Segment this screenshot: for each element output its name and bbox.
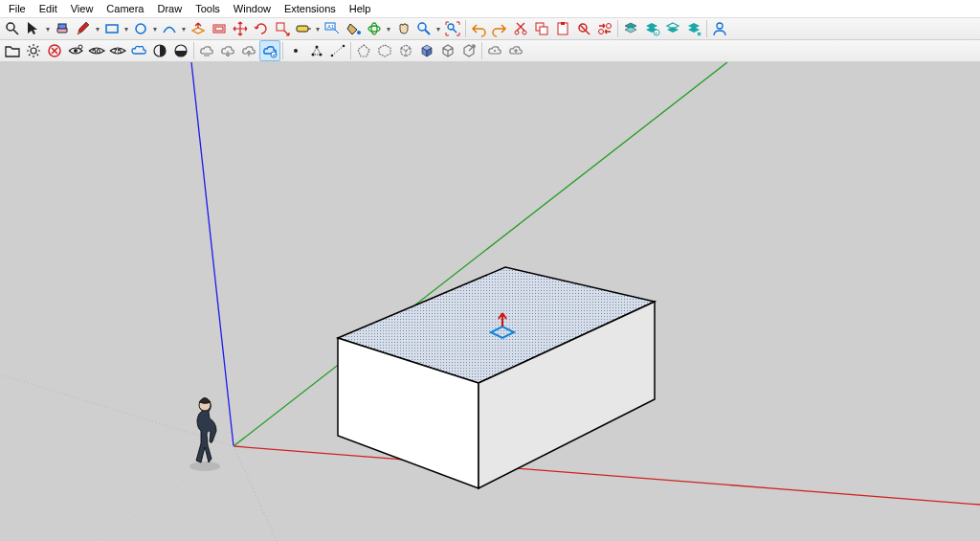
- menu-view[interactable]: View: [64, 2, 100, 15]
- layers-d-button[interactable]: [683, 18, 704, 39]
- layers-d-icon: [685, 20, 702, 37]
- triangle-icon: [308, 42, 325, 59]
- menu-camera[interactable]: Camera: [100, 2, 150, 15]
- menu-tools[interactable]: Tools: [189, 2, 227, 15]
- scale-button[interactable]: [272, 18, 293, 39]
- outline-box-button[interactable]: [437, 40, 458, 61]
- replace-button[interactable]: [594, 18, 615, 39]
- menu-help[interactable]: Help: [343, 2, 378, 15]
- delete-button[interactable]: [573, 18, 594, 39]
- layers-a-button[interactable]: [620, 18, 641, 39]
- axis-x-pos: [234, 446, 980, 505]
- pencil-icon: [75, 20, 92, 37]
- dropdown-arrow-icon[interactable]: ▾: [434, 25, 442, 34]
- dropdown-arrow-icon[interactable]: ▾: [151, 25, 159, 34]
- svg-point-18: [418, 23, 426, 31]
- cloud-1-icon: [198, 42, 215, 59]
- cut-button[interactable]: [510, 18, 531, 39]
- svg-text:+: +: [655, 30, 658, 35]
- svg-line-1: [13, 30, 18, 34]
- eye-75-button[interactable]: 75: [107, 40, 128, 61]
- close-red-button[interactable]: [44, 40, 65, 61]
- settings-icon: [25, 42, 42, 59]
- svg-line-19: [425, 30, 430, 34]
- svg-text:75: 75: [113, 47, 122, 56]
- zoom-button[interactable]: [413, 18, 434, 39]
- dropdown-arrow-icon[interactable]: ▾: [94, 25, 101, 34]
- contrast-button[interactable]: [149, 40, 170, 61]
- orbit-button[interactable]: [364, 18, 385, 39]
- rotate-button[interactable]: [251, 18, 272, 39]
- select-button[interactable]: [23, 18, 44, 39]
- svg-point-0: [7, 23, 14, 31]
- circle-button[interactable]: [130, 18, 151, 39]
- cloud-selected-icon: [261, 42, 278, 59]
- outline-cube-button[interactable]: [395, 40, 416, 61]
- svg-rect-10: [297, 26, 308, 32]
- zoom-extents-button[interactable]: [442, 18, 463, 39]
- svg-point-16: [368, 26, 380, 32]
- axis-z-pos: [191, 62, 234, 446]
- toolbar-separator: [617, 20, 618, 37]
- solid-cube-button[interactable]: [416, 40, 437, 61]
- pan-button[interactable]: [392, 18, 413, 39]
- text-button[interactable]: A1: [322, 18, 343, 39]
- tape-measure-button[interactable]: [293, 18, 314, 39]
- scene-svg: [0, 62, 980, 541]
- dots-line-button[interactable]: [327, 40, 348, 61]
- offset-button[interactable]: [209, 18, 230, 39]
- arrow-box-button[interactable]: [458, 40, 479, 61]
- svg-marker-6: [192, 28, 204, 34]
- dot-button[interactable]: [285, 40, 306, 61]
- menu-draw[interactable]: Draw: [150, 2, 189, 15]
- svg-point-23: [523, 31, 526, 34]
- menu-bar: FileEditViewCameraDrawToolsWindowExtensi…: [0, 0, 980, 17]
- viewport-3d[interactable]: [0, 62, 980, 541]
- cloud-2-button[interactable]: [217, 40, 238, 61]
- cloud-3-button[interactable]: [238, 40, 259, 61]
- cloud-1-button[interactable]: [196, 40, 217, 61]
- extensions-toolbar: 5075: [0, 40, 980, 62]
- dropdown-arrow-icon[interactable]: ▾: [44, 25, 52, 34]
- menu-edit[interactable]: Edit: [33, 2, 64, 15]
- cloud-selected-button[interactable]: [259, 40, 280, 61]
- move-button[interactable]: [230, 18, 251, 39]
- settings-button[interactable]: [23, 40, 44, 61]
- undo-button[interactable]: [468, 18, 489, 39]
- layers-c-button[interactable]: [662, 18, 683, 39]
- axis-z-neg: [234, 446, 278, 541]
- rectangle-button[interactable]: [101, 18, 122, 39]
- dropdown-arrow-icon[interactable]: ▾: [314, 25, 322, 34]
- menu-extensions[interactable]: Extensions: [278, 2, 343, 15]
- paste-button[interactable]: [552, 18, 573, 39]
- svg-point-66: [494, 50, 496, 52]
- pencil-button[interactable]: [73, 18, 94, 39]
- outline-pent-button[interactable]: [353, 40, 374, 61]
- layers-b-button[interactable]: +: [641, 18, 662, 39]
- arc-button[interactable]: [159, 18, 180, 39]
- paint-bucket-button[interactable]: [343, 18, 364, 39]
- search-button[interactable]: [2, 18, 23, 39]
- dropdown-arrow-icon[interactable]: ▾: [180, 25, 188, 34]
- dropdown-arrow-icon[interactable]: ▾: [385, 25, 392, 34]
- redo-button[interactable]: [489, 18, 510, 39]
- user-button[interactable]: [709, 18, 730, 39]
- cloud-a-button[interactable]: [484, 40, 505, 61]
- eraser-button[interactable]: [52, 18, 73, 39]
- triangle-button[interactable]: [306, 40, 327, 61]
- outline-hex-button[interactable]: [374, 40, 395, 61]
- cloud-b-button[interactable]: [505, 40, 526, 61]
- copy-button[interactable]: [531, 18, 552, 39]
- open-button[interactable]: [2, 40, 23, 61]
- axis-x-neg: [0, 374, 234, 446]
- eye-50-button[interactable]: 50: [86, 40, 107, 61]
- menu-window[interactable]: Window: [227, 2, 278, 15]
- menu-file[interactable]: File: [2, 2, 33, 15]
- dropdown-arrow-icon[interactable]: ▾: [122, 25, 130, 34]
- push-pull-button[interactable]: [188, 18, 209, 39]
- delete-icon: [575, 20, 592, 37]
- eye-a-button[interactable]: [65, 40, 86, 61]
- cloud-button[interactable]: [128, 40, 149, 61]
- circle-half-button[interactable]: [170, 40, 191, 61]
- svg-point-44: [31, 48, 36, 54]
